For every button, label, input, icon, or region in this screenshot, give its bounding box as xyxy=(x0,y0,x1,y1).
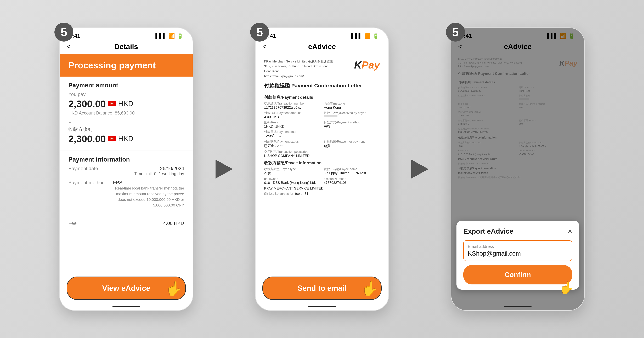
address-value: fun tower 31f xyxy=(290,192,310,196)
merchant-item: KPAY MERCHANT SERVICE LIMITED xyxy=(264,186,380,190)
payee-name-label: 收款方名稱/Payee name xyxy=(324,167,380,171)
receive-amount: 2,300.00 xyxy=(68,133,106,144)
reason-item: 付款原因/Reason for payment 遊費 xyxy=(324,140,380,148)
transaction-num-item: 交易編號/Transaction number 11723397073922ts… xyxy=(264,101,320,109)
arrow1-shape xyxy=(216,160,233,179)
address-item: 商鋪地址/Address fun tower 31f xyxy=(264,192,380,196)
phone1-back-button[interactable]: < xyxy=(67,43,70,50)
phone1-status-bar: 9:41 ▌▌▌ 📶 🔋 xyxy=(60,28,193,41)
phone3-frame: 9:41 ▌▌▌ 📶 🔋 < eAdvice KPay Merchant Ser… xyxy=(451,27,585,311)
phone2-nav-bar: < eAdvice xyxy=(256,41,388,54)
fee-row: Fee 4.00 HKD xyxy=(60,217,193,230)
phone1-status-icons: ▌▌▌ 📶 🔋 xyxy=(156,33,183,39)
fees-value: 1HKD=1HKD xyxy=(264,124,284,128)
payment-details-heading: 付款信息/Payment details xyxy=(264,95,380,100)
received-label: 收款方收到/Received by payee xyxy=(324,111,380,115)
account-label: accountNumber xyxy=(324,177,380,181)
payment-method-desc: Real-time local bank transfer method, th… xyxy=(113,185,184,208)
email-field-label: Email address xyxy=(468,244,568,249)
payment-date-value2: 12/08/2024 xyxy=(264,134,281,138)
phone2-frame: 9:41 ▌▌▌ 📶 🔋 < eAdvice KPay Merchant Ser… xyxy=(255,27,389,311)
payment-method-value2: FPS xyxy=(324,124,330,128)
modal-title: Export eAdvice xyxy=(463,227,513,235)
step1-badge: 5 xyxy=(54,23,73,41)
eadvice-content: KPay Merchant Service Limited 香港九龍觀塘道觀 3… xyxy=(256,54,388,202)
phone1-frame: 9:41 ▌▌▌ 📶 🔋 < Details Processing paymen… xyxy=(59,27,193,311)
phone2-home-indicator xyxy=(308,306,336,307)
payment-method-row: Payment method FPS Real-time local bank … xyxy=(68,180,184,208)
phone2-status-icons: ▌▌▌ 📶 🔋 xyxy=(351,33,379,39)
bank-item: bankCode 016 - DBS Bank (Hong Kong) Ltd. xyxy=(264,177,320,185)
pay-amount-row: 2,300.00 🇭🇰 HKD xyxy=(68,98,184,109)
postscript-value: K SHOP COMPANY LIMITED xyxy=(264,154,310,158)
payment-info-section: Payment information Payment date 26/10/2… xyxy=(60,151,193,217)
status-label: 付款狀態/Payment status xyxy=(264,140,320,144)
email-field-wrapper[interactable]: Email address KShop@gmail.com xyxy=(463,240,572,261)
received-item: 收款方收到/Received by payee xyxy=(324,111,380,119)
send-email-area: Send to email 👆 xyxy=(262,277,382,300)
payee-name-item: 收款方名稱/Payee name K Supply Limited - FPA … xyxy=(324,167,380,176)
reason-label: 付款原因/Reason for payment xyxy=(324,140,380,144)
receive-label: 收款方收到 xyxy=(68,126,184,132)
fee-label: Fee xyxy=(68,221,113,226)
modal-close-button[interactable]: × xyxy=(568,227,572,235)
status-item: 付款狀態/Payment status 已匯出/Sent xyxy=(264,140,320,148)
kpay-logo: KPay xyxy=(354,59,380,71)
address-label: 商鋪地址/Address xyxy=(264,192,289,196)
receive-amount-row: 2,300.00 🇭🇰 HKD xyxy=(68,133,184,144)
account-value: 478798274106 xyxy=(324,181,346,185)
fees-item: 匯率/Fees 1HKD=1HKD xyxy=(264,120,320,128)
confirm-button[interactable]: Confirm xyxy=(463,265,572,285)
kpay-address: KPay Merchant Service Limited 香港九龍觀塘道觀 3… xyxy=(264,59,336,79)
receive-hk-flag-icon: 🇭🇰 xyxy=(108,136,116,141)
payee-type-value: 企業 xyxy=(264,171,271,175)
modal-header: Export eAdvice × xyxy=(463,227,572,235)
phone3-home-indicator xyxy=(504,306,532,307)
processing-text: Processing payment xyxy=(68,60,156,70)
timezone-item: 地區/Time zone Hong Kong xyxy=(324,101,380,109)
timezone-value: Hong Kong xyxy=(324,106,341,109)
arrow2-shape xyxy=(411,160,428,179)
postscript-label: 交易附言/Transaction postscript xyxy=(264,150,380,154)
payment-date-value: 26/10/2024 xyxy=(134,166,184,171)
payment-method-label: Payment method xyxy=(68,180,113,185)
payment-amount-title: Payment amount xyxy=(68,82,184,89)
payee-type-label: 收款方類型/Payee type xyxy=(264,167,320,171)
wifi-icon: 📶 xyxy=(168,33,175,39)
cursor-hand-icon2: 👆 xyxy=(361,280,378,297)
transaction-num-value: 11723397073922tsq0vx xyxy=(264,106,301,109)
step2-wrapper: 5 9:41 ▌▌▌ 📶 🔋 < eAdvice KPay Merchant S… xyxy=(255,27,389,311)
payment-info-title: Payment information xyxy=(68,156,184,163)
payment-date-label: Payment date xyxy=(68,166,113,171)
received-value xyxy=(324,115,338,117)
payment-date-label2: 付款日期/Payment date xyxy=(264,130,320,134)
cursor-hand-icon: 👆 xyxy=(165,280,182,297)
email-field-value[interactable]: KShop@gmail.com xyxy=(468,250,568,257)
balance-text: HKD Account Balance: 85,693.00 xyxy=(68,110,184,116)
phone2-nav-title: eAdvice xyxy=(308,42,336,51)
p2-signal-icon: ▌▌▌ xyxy=(351,33,362,39)
phone2-back-button[interactable]: < xyxy=(262,43,266,50)
arrow-down-icon: ↓ xyxy=(68,117,184,125)
postscript-item: 交易附言/Transaction postscript K SHOP COMPA… xyxy=(264,150,380,158)
payment-method-value: FPS xyxy=(113,180,184,185)
reason-value: 遊費 xyxy=(324,144,330,148)
payee-info-grid: 收款方類型/Payee type 企業 收款方名稱/Payee name K S… xyxy=(264,167,380,185)
pay-currency: HKD xyxy=(118,100,134,108)
view-eadvice-area: View eAdvice 👆 xyxy=(67,277,186,300)
you-pay-label: You pay xyxy=(68,92,184,97)
p2-wifi-icon: 📶 xyxy=(364,33,370,39)
payee-name-value: K Supply Limited - FPA Test xyxy=(324,171,366,175)
payment-amount-label2: 付款金額/Payment amount xyxy=(264,111,320,115)
payment-amount-item: 付款金額/Payment amount 4.00 HKD xyxy=(264,111,320,119)
bank-label: bankCode xyxy=(264,177,320,181)
step1-wrapper: 5 9:41 ▌▌▌ 📶 🔋 < Details Processing paym… xyxy=(59,27,193,311)
arrow2 xyxy=(410,160,430,179)
payment-amount-section: Payment amount You pay 2,300.00 🇭🇰 HKD H… xyxy=(60,76,193,151)
payment-amount-value2: 4.00 HKD xyxy=(264,115,279,119)
transaction-num-label: 交易編號/Transaction number xyxy=(264,101,320,106)
phone1-nav-bar: < Details xyxy=(60,41,193,54)
battery-icon: 🔋 xyxy=(177,33,183,39)
phone1-nav-title: Details xyxy=(114,42,138,51)
cursor-hand-icon3: 👆 xyxy=(559,281,574,295)
